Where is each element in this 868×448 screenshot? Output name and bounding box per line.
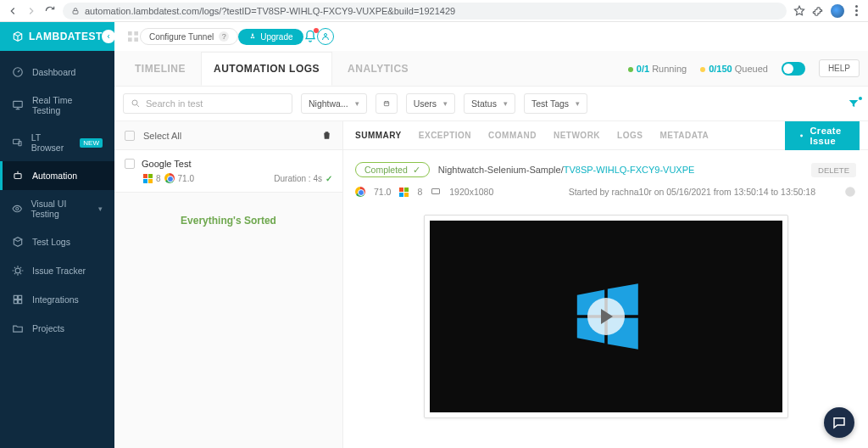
eye-icon [12, 203, 23, 215]
upgrade-button[interactable]: Upgrade [238, 29, 303, 45]
detail-tab-exception[interactable]: EXCEPTION [419, 131, 471, 140]
svg-rect-0 [73, 10, 78, 14]
page-tabs: TIMELINE AUTOMATION LOGS ANALYTICS 0/1 R… [114, 51, 868, 87]
select-all-checkbox[interactable] [125, 131, 135, 141]
sidebar-collapse-button[interactable] [102, 30, 115, 43]
bookmark-icon[interactable] [793, 5, 805, 17]
user-menu[interactable] [317, 28, 334, 45]
help-button[interactable]: HELP [819, 59, 860, 77]
detail-tab-network[interactable]: NETWORK [554, 131, 600, 140]
svg-point-11 [16, 207, 19, 210]
svg-rect-1 [128, 31, 132, 36]
tunnel-label: Configure Tunnel [149, 32, 214, 42]
delete-button[interactable]: DELETE [811, 163, 856, 177]
meta-row: 71.0 8 1920x1080 Started by rachna10r on… [355, 186, 856, 198]
box-icon [12, 236, 24, 248]
chrome-icon [164, 173, 175, 183]
browser-chrome: automation.lambdatest.com/logs/?testID=T… [0, 0, 868, 22]
url-text: automation.lambdatest.com/logs/?testID=T… [85, 6, 455, 16]
tab-automation-logs[interactable]: AUTOMATION LOGS [201, 52, 332, 86]
sidebar-item-label: Projects [32, 323, 64, 333]
sidebar-item-visualui[interactable]: Visual UI Testing ▾ [0, 190, 114, 227]
sidebar-item-label: Test Logs [32, 237, 70, 247]
chat-widget[interactable] [824, 407, 854, 438]
forward-button[interactable] [25, 5, 37, 17]
detail-tab-summary[interactable]: SUMMARY [355, 131, 402, 140]
chrome-icon [355, 187, 365, 197]
devices-icon [12, 137, 23, 148]
test-row[interactable]: Google Test 8 71.0 Duration : 4s ✓ [114, 150, 342, 193]
svg-rect-10 [14, 174, 21, 179]
test-list-pane: Select All Google Test 8 71.0 Duration [114, 121, 343, 448]
sidebar-item-realtime[interactable]: Real Time Testing [0, 87, 114, 124]
extensions-icon[interactable] [812, 5, 824, 17]
grid-icon [12, 294, 24, 305]
monitor-icon [12, 99, 24, 111]
check-icon: ✓ [326, 174, 332, 183]
select-all-row: Select All [114, 121, 342, 150]
sidebar-item-label: LT Browser [31, 132, 72, 153]
sidebar-item-ltbrowser[interactable]: LT Browser NEW [0, 124, 114, 161]
started-by: Started by rachna10r on 05/16/2021 from … [569, 187, 815, 197]
detail-pane: SUMMARY EXCEPTION COMMAND NETWORK LOGS M… [343, 121, 868, 448]
sidebar-item-dashboard[interactable]: Dashboard [0, 58, 114, 87]
tags-select[interactable]: Test Tags▾ [524, 93, 587, 114]
brand-logo[interactable]: LAMBDATEST [12, 31, 103, 42]
key-toggle[interactable] [782, 62, 805, 76]
sidebar-item-projects[interactable]: Projects [0, 314, 114, 343]
svg-rect-16 [19, 300, 22, 304]
chat-icon [832, 415, 847, 430]
play-button-icon[interactable] [587, 298, 625, 335]
svg-point-21 [845, 187, 855, 197]
test-duration: Duration : 4s [274, 174, 322, 183]
users-select[interactable]: Users▾ [406, 93, 455, 114]
svg-rect-20 [432, 189, 440, 194]
filter-funnel-icon[interactable] [848, 98, 860, 109]
url-bar[interactable]: automation.lambdatest.com/logs/?testID=T… [63, 3, 787, 20]
running-stat: 0/1 Running [628, 64, 687, 74]
test-checkbox[interactable] [125, 159, 135, 169]
resolution-icon [431, 187, 441, 197]
sidebar-item-issuetracker[interactable]: Issue Tracker [0, 256, 114, 285]
sidebar-item-automation[interactable]: Automation [0, 161, 114, 190]
notification-dot [314, 28, 319, 33]
svg-rect-2 [134, 31, 138, 36]
svg-point-5 [324, 34, 326, 36]
svg-rect-14 [19, 295, 22, 299]
tab-timeline[interactable]: TIMELINE [123, 53, 198, 85]
apps-grid-icon[interactable] [126, 30, 140, 43]
bug-icon [12, 265, 24, 277]
share-icon[interactable] [844, 186, 856, 198]
bug-icon [798, 131, 804, 141]
brand-name: LAMBDATEST [29, 31, 103, 42]
back-button[interactable] [7, 5, 19, 17]
svg-point-17 [132, 100, 137, 105]
sidebar-item-integrations[interactable]: Integrations [0, 285, 114, 314]
select-all-label: Select All [143, 131, 181, 141]
test-id-link[interactable]: TV8SP-WIHLQ-FXCY9-VUXPE [564, 165, 695, 175]
detail-tab-logs[interactable]: LOGS [617, 131, 643, 140]
sidebar-item-label: Real Time Testing [32, 95, 103, 115]
summary-section: Completed ✓ Nightwatch-Selenium-Sample/T… [343, 150, 868, 430]
detail-tab-metadata[interactable]: METADATA [659, 131, 709, 140]
sidebar-item-label: Integrations [32, 294, 79, 305]
trash-icon[interactable] [321, 130, 332, 141]
svg-point-12 [15, 268, 20, 273]
detail-tab-command[interactable]: COMMAND [488, 131, 537, 140]
reload-button[interactable] [44, 5, 56, 17]
help-icon: ? [219, 31, 229, 42]
video-player[interactable] [424, 215, 788, 418]
configure-tunnel-button[interactable]: Configure Tunnel ? [140, 28, 238, 45]
notifications-icon[interactable] [303, 30, 317, 43]
tab-analytics[interactable]: ANALYTICS [336, 53, 420, 85]
sidebar-item-testlogs[interactable]: Test Logs [0, 227, 114, 256]
search-input[interactable]: Search in test [123, 93, 292, 114]
browser-menu-icon[interactable] [851, 5, 861, 16]
profile-avatar[interactable] [831, 4, 844, 18]
date-select[interactable] [376, 93, 398, 114]
svg-rect-15 [14, 300, 17, 304]
create-issue-button[interactable]: Create Issue [785, 121, 859, 150]
status-select[interactable]: Status▾ [464, 93, 515, 114]
sidebar-item-label: Automation [32, 171, 77, 181]
browser-select[interactable]: Nightwa...▾ [301, 93, 367, 114]
